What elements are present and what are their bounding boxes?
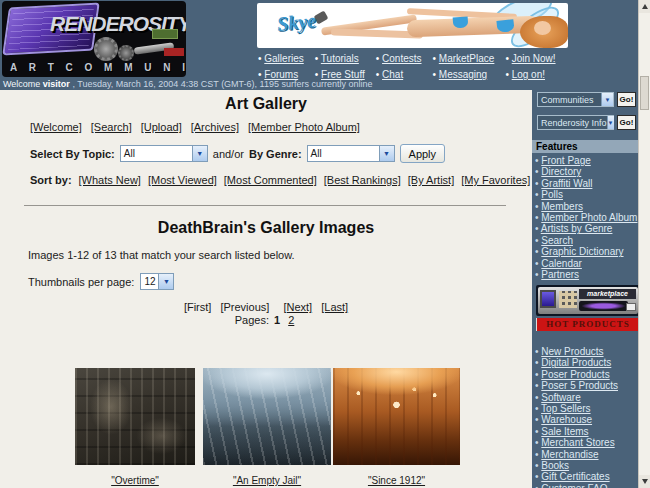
header: RENDEROSITY A R T C O M M U N I T Y Skye: [0, 0, 638, 90]
sidebar-item-member-photo-album[interactable]: Member Photo Album: [541, 212, 637, 223]
genre-select[interactable]: All▼: [307, 145, 395, 162]
sidebar-item-sale-items[interactable]: Sale Items: [541, 426, 588, 437]
features-list: Front Page Directory Graffiti Wall Polls…: [535, 155, 637, 280]
nav-link-label[interactable]: MarketPlace: [439, 53, 495, 64]
marketplace-banner[interactable]: marketplace: [536, 285, 640, 316]
sidebar-item-customer-faq[interactable]: Customer FAQ: [541, 483, 607, 488]
sidebar-item-poser-5-products[interactable]: Poser 5 Products: [541, 380, 618, 391]
list-item: Graffiti Wall: [535, 178, 637, 189]
gallery-title: DeathBrain's Gallery Images: [0, 219, 532, 237]
nav-link-label[interactable]: Galleries: [264, 53, 303, 64]
renderosity-logo[interactable]: RENDEROSITY A R T C O M M U N I T Y: [2, 1, 186, 77]
nav-item-contests[interactable]: Contests: [376, 53, 422, 64]
hot-products-banner: HOT PRODUCTS: [536, 318, 640, 331]
sidebar-item-poser-products[interactable]: Poser Products: [541, 369, 609, 380]
topic-select[interactable]: All▼: [120, 145, 208, 162]
link-archives[interactable]: [Archives]: [191, 121, 239, 133]
sidebar-item-search[interactable]: Search: [541, 235, 573, 246]
nav-item-marketplace[interactable]: MarketPlace: [433, 53, 495, 64]
nav-link-label[interactable]: Tutorials: [321, 53, 359, 64]
red-label-graphic: [164, 48, 184, 56]
thumbnail-caption[interactable]: "An Empty Jail": [203, 475, 331, 486]
apply-button[interactable]: Apply: [400, 144, 446, 163]
thumbnail-caption[interactable]: "Since 1912": [333, 475, 460, 486]
list-item: Merchant Stores: [535, 437, 618, 448]
nav-column: Tutorials Free Stuff: [315, 53, 365, 80]
sidebar-item-directory[interactable]: Directory: [541, 166, 581, 177]
chevron-down-icon[interactable]: ▼: [601, 93, 613, 106]
nav-link-label[interactable]: Contests: [382, 53, 421, 64]
welcome-status-bar: Welcome visitor , Tuesday, March 16, 200…: [3, 79, 373, 89]
sidebar-item-merchandise[interactable]: Merchandise: [541, 449, 598, 460]
nav-item-tutorials[interactable]: Tutorials: [315, 53, 365, 64]
scroll-up-button[interactable]: [639, 0, 650, 13]
link-member-photo-album[interactable]: [Member Photo Album]: [248, 121, 360, 133]
pages-label: Pages:: [235, 314, 269, 326]
thumbnail-since-1912[interactable]: [333, 368, 460, 465]
sidebar-item-software[interactable]: Software: [541, 392, 580, 403]
sidebar-item-front-page[interactable]: Front Page: [541, 155, 590, 166]
sidebar-item-artists-by-genre[interactable]: Artists by Genre: [541, 223, 613, 234]
communities-go-button[interactable]: Go!: [617, 92, 636, 107]
fairy-face-graphic: [534, 21, 551, 35]
sidebar-item-partners[interactable]: Partners: [541, 269, 579, 280]
communities-select[interactable]: Communities▼: [537, 92, 614, 107]
sort-by-artist[interactable]: [By Artist]: [408, 174, 454, 186]
thumbnail-an-empty-jail[interactable]: [203, 368, 331, 465]
banner-ad[interactable]: Skye: [257, 3, 568, 48]
nav-link-label[interactable]: Messaging: [439, 69, 487, 80]
sort-my-favorites[interactable]: [My Favorites]: [461, 174, 530, 186]
nav-link-label[interactable]: Chat: [382, 69, 403, 80]
nav-item-chat[interactable]: Chat: [376, 69, 422, 80]
sidebar-item-digital-products[interactable]: Digital Products: [541, 357, 611, 368]
page-2-link[interactable]: 2: [288, 314, 294, 326]
renderosity-info-select[interactable]: Renderosity Info▼: [537, 115, 614, 130]
sidebar-item-new-products[interactable]: New Products: [541, 346, 603, 357]
sidebar-item-members[interactable]: Members: [541, 201, 583, 212]
vertical-scrollbar[interactable]: [638, 0, 650, 488]
sidebar-item-books[interactable]: Books: [541, 460, 569, 471]
sidebar-item-graffiti-wall[interactable]: Graffiti Wall: [541, 178, 592, 189]
sort-whats-new[interactable]: [Whats New]: [79, 174, 141, 186]
sidebar-item-polls[interactable]: Polls: [541, 189, 563, 200]
link-search[interactable]: [Search]: [91, 121, 132, 133]
per-page-label: Thumbnails per page:: [28, 276, 134, 288]
link-welcome[interactable]: [Welcome]: [30, 121, 82, 133]
sidebar-item-top-sellers[interactable]: Top Sellers: [541, 403, 590, 414]
nav-link-label[interactable]: Join Now!: [512, 53, 556, 64]
thumbnail-caption[interactable]: "Overtime": [75, 475, 195, 486]
link-upload[interactable]: [Upload]: [141, 121, 182, 133]
sidebar-item-calendar[interactable]: Calendar: [541, 258, 582, 269]
nav-item-join-now[interactable]: Join Now!: [505, 53, 555, 64]
list-item: Front Page: [535, 155, 637, 166]
chevron-down-icon[interactable]: ▼: [192, 146, 207, 161]
nav-column: MarketPlace Messaging: [433, 53, 495, 80]
scroll-down-button[interactable]: [639, 475, 650, 488]
scrollbar-thumb[interactable]: [640, 76, 649, 110]
sidebar-item-merchant-stores[interactable]: Merchant Stores: [541, 437, 614, 448]
thumbnail-overtime[interactable]: [75, 368, 195, 465]
sort-best-rankings[interactable]: [Best Rankings]: [324, 174, 401, 186]
list-item: New Products: [535, 346, 618, 357]
pagination-next[interactable]: [Next]: [283, 301, 312, 313]
welcome-datetime-surfers: , Tuesday, March 16, 2004 4:38 CST (GMT-…: [70, 79, 373, 89]
sort-most-commented[interactable]: [Most Commented]: [224, 174, 317, 186]
topic-label: Select By Topic:: [30, 148, 115, 160]
page-title: Art Gallery: [0, 95, 532, 113]
pagination-last[interactable]: [Last]: [321, 301, 348, 313]
pagination-links: [First] [Previous] [Next] [Last]: [0, 301, 532, 313]
nav-item-galleries[interactable]: Galleries: [258, 53, 304, 64]
chevron-down-icon[interactable]: ▼: [379, 146, 394, 161]
nav-link-label[interactable]: Log on!: [512, 69, 545, 80]
nav-item-log-on[interactable]: Log on!: [505, 69, 555, 80]
chevron-down-icon[interactable]: ▼: [607, 116, 614, 129]
per-page-select[interactable]: 12▼: [140, 273, 174, 290]
sidebar-item-graphic-dictionary[interactable]: Graphic Dictionary: [541, 246, 623, 257]
chevron-down-icon[interactable]: ▼: [158, 274, 173, 289]
sidebar-item-gift-certificates[interactable]: Gift Certificates: [541, 471, 609, 482]
renderosity-info-go-button[interactable]: Go!: [617, 115, 636, 130]
sidebar-item-warehouse[interactable]: Warehouse: [541, 414, 592, 425]
nav-item-messaging[interactable]: Messaging: [433, 69, 495, 80]
sort-most-viewed[interactable]: [Most Viewed]: [148, 174, 217, 186]
list-item: Calendar: [535, 258, 637, 269]
